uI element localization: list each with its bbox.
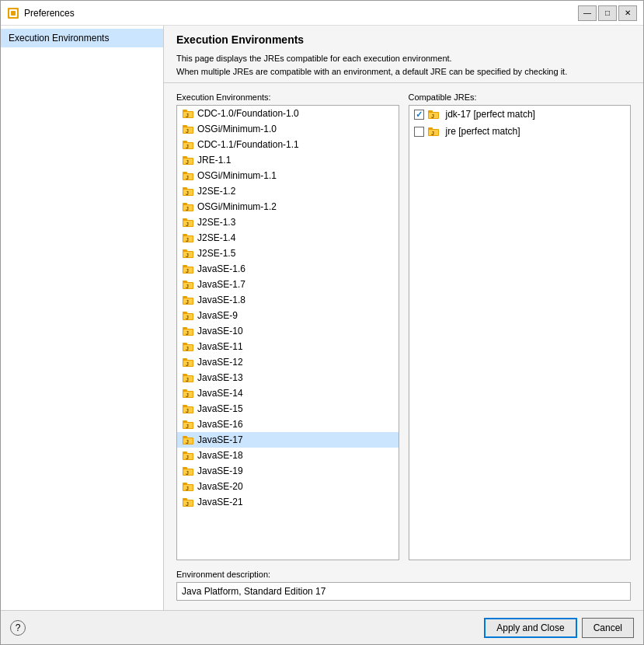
jre-icon: J: [182, 108, 194, 119]
svg-text:J: J: [186, 501, 189, 507]
jre-icon: J: [182, 217, 194, 228]
jre-icon: J: [182, 310, 194, 321]
help-button[interactable]: ?: [10, 620, 26, 636]
list-item[interactable]: J JavaSE-14: [177, 385, 399, 401]
svg-text:J: J: [186, 175, 189, 180]
environments-label: Execution Environments:: [176, 92, 399, 102]
list-item[interactable]: J OSGi/Minimum-1.2: [177, 199, 399, 214]
jre-icon: J: [182, 465, 194, 476]
list-item[interactable]: J JavaSE-15: [177, 401, 399, 417]
svg-text:J: J: [186, 486, 189, 491]
list-item[interactable]: J CDC-1.0/Foundation-1.0: [177, 106, 399, 121]
compat-item[interactable]: ✓ J jdk-17 [perfect match]: [409, 106, 631, 123]
list-item[interactable]: J JavaSE-19: [177, 463, 399, 479]
window-title: Preferences: [24, 8, 578, 19]
svg-rect-12: [183, 141, 187, 143]
list-item[interactable]: J JavaSE-12: [177, 354, 399, 370]
svg-text:J: J: [186, 315, 189, 320]
list-item[interactable]: J JavaSE-21: [177, 494, 399, 510]
svg-rect-48: [183, 281, 187, 283]
environments-listbox[interactable]: J CDC-1.0/Foundation-1.0 J OSGi/Minimum-…: [176, 105, 399, 560]
window-controls: — □ ✕: [578, 5, 637, 21]
list-item[interactable]: J J2SE-1.4: [177, 230, 399, 246]
apply-close-button[interactable]: Apply and Close: [484, 618, 576, 638]
list-item[interactable]: J JavaSE-11: [177, 339, 399, 354]
list-item[interactable]: J OSGi/Minimum-1.0: [177, 121, 399, 137]
svg-text:J: J: [186, 268, 189, 274]
svg-text:J: J: [186, 377, 189, 382]
jre-icon: J: [182, 434, 194, 445]
svg-text:J: J: [186, 237, 189, 242]
jre-icon: J: [182, 155, 194, 166]
svg-text:J: J: [186, 392, 189, 398]
svg-rect-28: [183, 203, 187, 205]
svg-text:J: J: [186, 113, 189, 118]
list-item[interactable]: J JavaSE-1.6: [177, 261, 399, 277]
cancel-button[interactable]: Cancel: [582, 618, 634, 638]
minimize-button[interactable]: —: [578, 5, 597, 21]
jre-icon: J: [182, 248, 194, 259]
env-desc-label: Environment description:: [176, 570, 631, 579]
list-item[interactable]: J J2SE-1.5: [177, 246, 399, 261]
svg-rect-8: [183, 125, 187, 127]
svg-text:J: J: [186, 299, 189, 305]
svg-text:J: J: [186, 159, 189, 165]
list-item[interactable]: J OSGi/Minimum-1.1: [177, 168, 399, 183]
svg-rect-44: [183, 265, 187, 267]
jre-icon: J: [182, 419, 194, 430]
preferences-window: Preferences — □ ✕ Execution Environments…: [0, 0, 644, 645]
list-item[interactable]: J JavaSE-20: [177, 479, 399, 494]
sidebar-item-execution-environments[interactable]: Execution Environments: [1, 29, 163, 47]
list-item[interactable]: J JavaSE-17: [177, 432, 399, 448]
window-icon: [7, 7, 19, 19]
list-item[interactable]: J JavaSE-10: [177, 323, 399, 339]
svg-rect-104: [183, 498, 187, 500]
content-desc-line2: When multiple JREs are compatible with a…: [176, 65, 631, 78]
svg-rect-80: [183, 405, 187, 407]
svg-rect-108: [428, 110, 433, 113]
list-item[interactable]: J JavaSE-1.7: [177, 277, 399, 292]
close-button[interactable]: ✕: [618, 5, 637, 21]
jre-checkbox[interactable]: [414, 127, 424, 137]
env-desc-input[interactable]: [176, 582, 631, 601]
svg-rect-4: [183, 110, 187, 112]
list-item[interactable]: J JRE-1.1: [177, 152, 399, 168]
svg-text:J: J: [186, 455, 189, 460]
svg-text:J: J: [431, 113, 434, 119]
jre-checkbox[interactable]: ✓: [414, 110, 424, 120]
svg-text:J: J: [186, 361, 189, 367]
jre-icon: J: [182, 497, 194, 507]
compatible-label: Compatible JREs:: [409, 92, 632, 102]
svg-text:J: J: [186, 206, 189, 211]
title-bar: Preferences — □ ✕: [1, 1, 643, 26]
svg-rect-64: [183, 343, 187, 345]
footer: ? Apply and Close Cancel: [1, 610, 643, 644]
svg-rect-84: [183, 420, 187, 423]
jre-icon: J: [182, 139, 194, 150]
jre-icon: J: [182, 357, 194, 368]
jre-icon: J: [182, 326, 194, 336]
compatible-jres-panel: Compatible JREs: ✓ J jdk-17 [perfect mat…: [409, 92, 632, 560]
list-item[interactable]: J JavaSE-1.8: [177, 292, 399, 308]
maximize-button[interactable]: □: [598, 5, 617, 21]
svg-text:J: J: [186, 190, 189, 196]
list-item[interactable]: J JavaSE-18: [177, 448, 399, 463]
jre-icon: J: [427, 109, 440, 120]
list-item[interactable]: J CDC-1.1/Foundation-1.1: [177, 137, 399, 152]
jre-icon: J: [182, 124, 194, 134]
list-item[interactable]: J J2SE-1.3: [177, 214, 399, 230]
list-item[interactable]: J JavaSE-9: [177, 308, 399, 323]
svg-text:J: J: [186, 284, 189, 289]
list-item[interactable]: J JavaSE-13: [177, 370, 399, 385]
jre-icon: J: [427, 126, 440, 137]
content-desc-line1: This page displays the JREs compatible f…: [176, 52, 631, 65]
svg-text:J: J: [186, 221, 189, 227]
compat-item[interactable]: J jre [perfect match]: [409, 123, 631, 140]
svg-text:J: J: [186, 144, 189, 149]
list-item[interactable]: J J2SE-1.2: [177, 183, 399, 199]
svg-rect-92: [183, 452, 187, 454]
list-item[interactable]: J JavaSE-16: [177, 417, 399, 432]
compatible-listbox: ✓ J jdk-17 [perfect match] J: [409, 105, 632, 560]
jre-icon: J: [182, 263, 194, 274]
panels-row: Execution Environments: J CDC-1.0/Founda…: [176, 92, 631, 560]
